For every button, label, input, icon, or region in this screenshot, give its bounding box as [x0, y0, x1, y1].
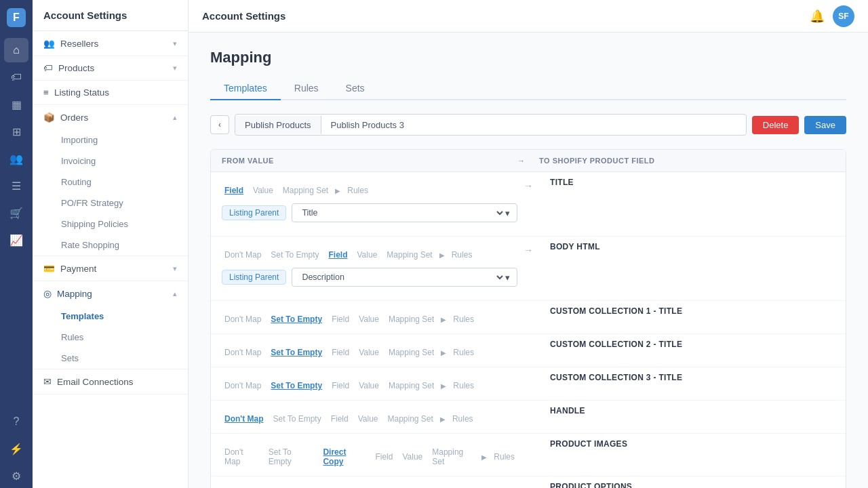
control-mapping-set-4[interactable]: Mapping Set [386, 346, 437, 359]
control-rules-3[interactable]: Rules [450, 313, 477, 325]
control-dont-map-4[interactable]: Don't Map [222, 346, 264, 359]
control-value-3[interactable]: Value [356, 313, 382, 325]
top-bar: Account Settings 🔔 SF [189, 0, 868, 33]
control-set-to-empty-4[interactable]: Set To Empty [268, 346, 325, 359]
control-field-6[interactable]: Field [328, 413, 351, 425]
control-direct-copy-7[interactable]: Direct Copy [320, 446, 368, 468]
nav-icon-gear[interactable]: ⚙ [4, 464, 28, 488]
back-button[interactable]: ‹ [210, 115, 229, 134]
nav-icon-chart[interactable]: 📈 [4, 228, 28, 252]
tab-rules[interactable]: Rules [281, 77, 332, 100]
control-rules-1[interactable]: Rules [344, 184, 371, 197]
nav-icon-question[interactable]: ? [4, 409, 28, 434]
to-field-body-html: BODY HTML [539, 237, 835, 257]
nav-item-email-label: Email Connections [57, 377, 134, 387]
nav-item-products[interactable]: 🏷 Products ▾ [33, 56, 188, 80]
control-set-to-empty-6[interactable]: Set To Empty [271, 413, 324, 425]
tab-templates[interactable]: Templates [210, 77, 281, 100]
control-value-1[interactable]: Value [250, 184, 276, 197]
control-field-7[interactable]: Field [372, 451, 395, 463]
control-value-6[interactable]: Value [355, 413, 381, 425]
notifications-icon[interactable]: 🔔 [810, 9, 825, 24]
control-mapping-set-5[interactable]: Mapping Set [386, 380, 437, 392]
nav-icon-inbox[interactable]: ▦ [4, 92, 28, 117]
control-rules-6[interactable]: Rules [450, 413, 476, 425]
orders-chevron-icon: ▴ [173, 113, 177, 122]
to-field-title: TITLE [539, 172, 835, 192]
control-dont-map-2[interactable]: Don't Map [222, 249, 264, 261]
control-rules-4[interactable]: Rules [450, 346, 477, 359]
control-arrow-7: ▶ [481, 453, 487, 461]
control-rules-5[interactable]: Rules [450, 380, 477, 392]
nav-item-mapping[interactable]: ◎ Mapping ▴ [33, 281, 188, 306]
nav-item-payment[interactable]: 💳 Payment ▾ [33, 256, 188, 281]
control-field-1[interactable]: Field [222, 184, 246, 197]
delete-button[interactable]: Delete [752, 116, 800, 134]
payment-chevron-icon: ▾ [173, 264, 177, 273]
nav-icon-home[interactable]: ⌂ [4, 38, 28, 62]
user-avatar[interactable]: SF [833, 5, 854, 27]
control-field-4[interactable]: Field [329, 346, 352, 359]
control-value-5[interactable]: Value [356, 380, 382, 392]
sidebar-item-rules[interactable]: Rules [33, 327, 188, 348]
control-arrow-6: ▶ [440, 415, 446, 423]
nav-icon-grid[interactable]: ⊞ [4, 119, 28, 144]
nav-section-resellers: 👥 Resellers ▾ [33, 31, 188, 56]
tabs-container: Templates Rules Sets [210, 77, 846, 100]
field-dropdown-2[interactable]: Description ▾ [292, 268, 517, 287]
control-mapping-set-1[interactable]: Mapping Set [280, 184, 331, 197]
sidebar-item-importing[interactable]: Importing [33, 129, 188, 150]
control-set-to-empty-2[interactable]: Set To Empty [268, 249, 321, 261]
control-dont-map-3[interactable]: Don't Map [222, 313, 264, 325]
nav-item-email-connections[interactable]: ✉ Email Connections [33, 369, 188, 394]
control-mapping-set-6[interactable]: Mapping Set [385, 413, 436, 425]
control-set-to-empty-5[interactable]: Set To Empty [268, 380, 325, 392]
control-mapping-set-7[interactable]: Mapping Set [429, 446, 477, 468]
app-logo[interactable]: F [7, 8, 26, 27]
sidebar-item-sets[interactable]: Sets [33, 348, 188, 369]
control-field-5[interactable]: Field [329, 380, 352, 392]
to-field-handle: HANDLE [539, 401, 835, 421]
tab-sets[interactable]: Sets [332, 77, 378, 100]
page-content: Mapping Templates Rules Sets ‹ Publish P… [189, 33, 868, 488]
control-dont-map-7[interactable]: Don't Map [222, 446, 262, 468]
nav-item-listing-status-label: Listing Status [54, 87, 109, 98]
resellers-icon: 👥 [43, 38, 55, 49]
control-field-2[interactable]: Field [326, 249, 350, 261]
field-tag-2[interactable]: Listing Parent [222, 270, 286, 285]
nav-icon-users[interactable]: 👥 [4, 146, 28, 171]
resellers-chevron-icon: ▾ [173, 39, 177, 48]
email-icon: ✉ [43, 376, 52, 387]
nav-icon-bolt[interactable]: ⚡ [4, 436, 28, 461]
control-value-7[interactable]: Value [399, 451, 425, 463]
control-dont-map-6[interactable]: Don't Map [222, 413, 267, 425]
nav-item-listing-status[interactable]: ≡ Listing Status [33, 81, 188, 104]
control-set-to-empty-3[interactable]: Set To Empty [268, 313, 325, 325]
nav-icon-cart[interactable]: 🛒 [4, 201, 28, 225]
sidebar-item-invoicing[interactable]: Invoicing [33, 150, 188, 171]
save-button[interactable]: Save [804, 116, 846, 134]
breadcrumb-parent[interactable]: Publish Products [235, 116, 321, 134]
field-tag-1[interactable]: Listing Parent [222, 205, 286, 220]
sidebar-item-shipping-policies[interactable]: Shipping Policies [33, 214, 188, 235]
nav-item-orders[interactable]: 📦 Orders ▴ [33, 105, 188, 129]
sidebar-item-rate-shopping[interactable]: Rate Shopping [33, 235, 188, 256]
control-mapping-set-2[interactable]: Mapping Set [384, 249, 435, 261]
field-dropdown-1[interactable]: Title ▾ [292, 203, 517, 222]
control-field-3[interactable]: Field [329, 313, 352, 325]
control-mapping-set-3[interactable]: Mapping Set [386, 313, 437, 325]
nav-item-resellers[interactable]: 👥 Resellers ▾ [33, 31, 188, 56]
breadcrumb-current[interactable]: Publish Products 3 [321, 116, 746, 134]
control-value-2[interactable]: Value [355, 249, 380, 261]
nav-icon-list[interactable]: ☰ [4, 174, 28, 198]
sidebar-item-routing[interactable]: Routing [33, 171, 188, 192]
sidebar-item-po-fr-strategy[interactable]: PO/FR Strategy [33, 192, 188, 214]
control-rules-7[interactable]: Rules [491, 451, 517, 463]
nav-icon-tag[interactable]: 🏷 [4, 65, 28, 89]
control-dont-map-5[interactable]: Don't Map [222, 380, 264, 392]
control-value-4[interactable]: Value [356, 346, 382, 359]
control-rules-2[interactable]: Rules [449, 249, 475, 261]
to-field-header: TO SHOPIFY PRODUCT FIELD [539, 157, 835, 165]
sidebar-item-templates[interactable]: Templates [33, 306, 188, 327]
control-set-to-empty-7[interactable]: Set To Empty [266, 446, 317, 468]
